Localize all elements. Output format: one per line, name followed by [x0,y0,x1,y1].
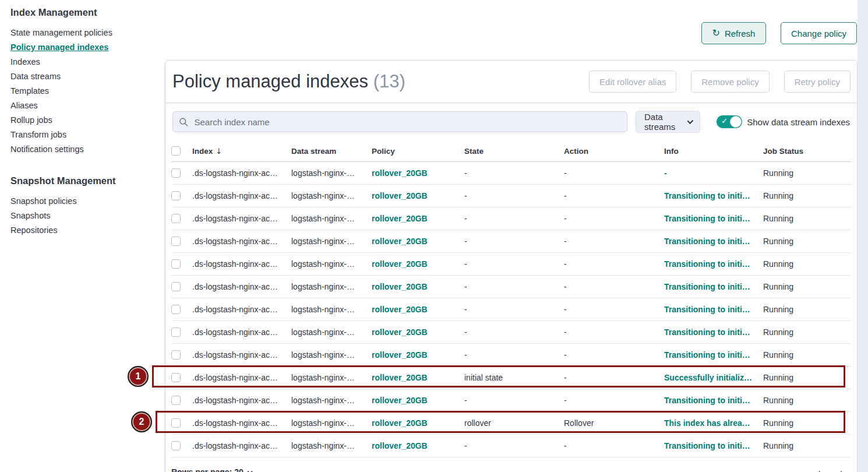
sidebar-item-label: Repositories [10,226,58,235]
sidebar-item-aliases[interactable]: Aliases [10,98,156,113]
row-checkbox[interactable] [171,305,181,314]
remove-policy-button[interactable]: Remove policy [691,71,769,93]
show-data-stream-toggle[interactable]: ✓ [717,115,742,128]
check-icon: ✓ [721,117,728,125]
row-checkbox[interactable] [171,259,181,269]
cell-action: - [564,276,664,298]
refresh-button[interactable]: ↻ Refresh [701,22,766,44]
sidebar-item-state-management-policies[interactable]: State management policies [10,26,156,40]
cell-info-link[interactable]: Transitioning to initi… [664,207,763,230]
cell-policy-link[interactable]: rollover_20GB [372,367,464,389]
cell-info-link[interactable]: Transitioning to initi… [664,389,763,411]
cell-action: - [564,207,664,230]
row-checkbox[interactable] [171,282,181,291]
row-checkbox-cell [171,207,192,230]
sidebar-list-snapshot-management: Snapshot policiesSnapshotsRepositories [10,194,156,238]
row-checkbox[interactable] [171,237,181,246]
cell-policy-link[interactable]: rollover_20GB [372,207,464,230]
sidebar-item-transform-jobs[interactable]: Transform jobs [10,128,156,142]
row-checkbox[interactable] [171,441,181,450]
sidebar-item-notification-settings[interactable]: Notification settings [10,142,156,157]
sidebar-item-indexes[interactable]: Indexes [10,55,156,69]
sidebar: Index Management State management polici… [10,7,156,256]
cell-data-stream: logstash-nginx-… [291,230,372,252]
cell-info-link[interactable]: Transitioning to initi… [664,321,763,343]
select-all-checkbox[interactable] [171,146,181,156]
rows-per-page-control[interactable]: Rows per page: 20 [171,467,252,472]
row-checkbox[interactable] [171,191,181,200]
sidebar-item-label: State management policies [10,28,112,37]
cell-policy-link[interactable]: rollover_20GB [372,321,464,343]
row-checkbox[interactable] [171,168,181,178]
table-header-row: Index ↓ Data stream Policy State Action … [171,140,851,162]
sidebar-item-repositories[interactable]: Repositories [10,223,156,238]
cell-policy-link[interactable]: rollover_20GB [372,344,464,366]
sidebar-item-label: Rollup jobs [10,115,52,125]
search-input[interactable] [193,117,621,128]
cell-policy-link[interactable]: rollover_20GB [372,276,464,298]
cell-info-link[interactable]: Transitioning to initi… [664,185,763,207]
sidebar-item-rollup-jobs[interactable]: Rollup jobs [10,113,156,128]
refresh-icon: ↻ [712,29,720,38]
sidebar-item-label: Indexes [10,57,40,66]
cell-action: - [564,185,664,207]
cell-action: - [564,367,664,389]
policy-managed-indexes-table: Index ↓ Data stream Policy State Action … [165,140,857,457]
column-header-policy[interactable]: Policy [372,140,464,161]
sidebar-item-templates[interactable]: Templates [10,84,156,98]
cell-info-link[interactable]: Successfully initializ… [664,367,763,389]
cell-info-link[interactable]: Transitioning to initi… [664,230,763,252]
row-checkbox[interactable] [171,373,181,382]
cell-policy-link[interactable]: rollover_20GB [372,435,464,457]
column-header-index[interactable]: Index ↓ [192,140,291,161]
row-checkbox[interactable] [171,327,181,337]
sidebar-item-label: Notification settings [10,145,84,154]
cell-policy-link[interactable]: rollover_20GB [372,230,464,252]
cell-job-status: Running [763,367,851,389]
cell-info-link[interactable]: - [664,162,763,184]
cell-info-link[interactable]: Transitioning to initi… [664,435,763,457]
table-row: .ds-logstash-nginx-ac…logstash-nginx-…ro… [171,207,851,230]
page-title-text: Policy managed indexes [172,71,368,91]
cell-policy-link[interactable]: rollover_20GB [372,412,464,434]
cell-info-link[interactable]: This index has alrea… [664,412,763,434]
table-row: .ds-logstash-nginx-ac…logstash-nginx-…ro… [171,230,851,253]
edit-rollover-alias-button[interactable]: Edit rollover alias [589,71,676,93]
cell-data-stream: logstash-nginx-… [291,412,372,434]
cell-policy-link[interactable]: rollover_20GB [372,253,464,275]
table-row: .ds-logstash-nginx-ac…logstash-nginx-…ro… [171,344,851,367]
cell-policy-link[interactable]: rollover_20GB [372,185,464,207]
cell-job-status: Running [763,298,851,320]
column-header-info[interactable]: Info [664,140,763,161]
sidebar-item-snapshots[interactable]: Snapshots [10,209,156,223]
table-row: .ds-logstash-nginx-ac…logstash-nginx-…ro… [171,276,851,298]
change-policy-button[interactable]: Change policy [781,22,857,44]
column-header-data-stream[interactable]: Data stream [291,140,372,161]
column-header-action[interactable]: Action [564,140,664,161]
column-header-job-status[interactable]: Job Status [763,140,851,161]
row-checkbox[interactable] [171,214,181,223]
cell-data-stream: logstash-nginx-… [291,344,372,366]
cell-info-link[interactable]: Transitioning to initi… [664,253,763,275]
cell-info-link[interactable]: Transitioning to initi… [664,298,763,320]
row-checkbox[interactable] [171,418,181,428]
sidebar-item-policy-managed-indexes[interactable]: Policy managed indexes [10,40,156,55]
search-icon [179,117,188,127]
previous-page-icon[interactable]: ‹ [818,467,821,472]
column-header-state[interactable]: State [464,140,564,161]
scrollbar-track[interactable] [858,0,868,472]
cell-policy-link[interactable]: rollover_20GB [372,389,464,411]
sidebar-item-data-streams[interactable]: Data streams [10,69,156,84]
retry-policy-button[interactable]: Retry policy [784,71,851,93]
next-page-icon[interactable]: › [840,467,843,472]
cell-action: - [564,298,664,320]
cell-info-link[interactable]: Transitioning to initi… [664,344,763,366]
row-checkbox[interactable] [171,396,181,405]
sidebar-item-snapshot-policies[interactable]: Snapshot policies [10,194,156,209]
cell-index: .ds-logstash-nginx-ac… [192,435,291,457]
row-checkbox[interactable] [171,350,181,360]
cell-policy-link[interactable]: rollover_20GB [372,162,464,184]
cell-policy-link[interactable]: rollover_20GB [372,298,464,320]
cell-info-link[interactable]: Transitioning to initi… [664,276,763,298]
data-streams-dropdown[interactable]: Data streams [636,111,700,133]
